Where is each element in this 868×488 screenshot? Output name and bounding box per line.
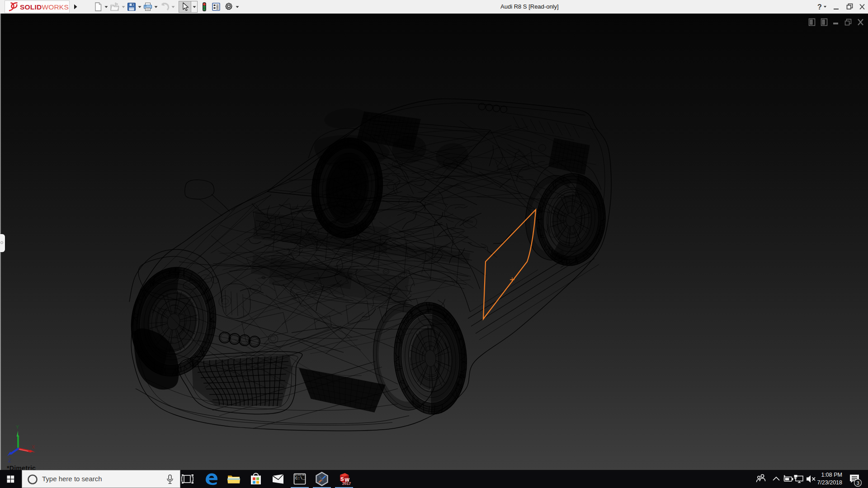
svg-text:?: ? <box>817 3 822 11</box>
svg-text:2017: 2017 <box>342 481 351 486</box>
svg-text:Y: Y <box>16 424 19 430</box>
svg-text:SOLIDWORKS: SOLIDWORKS <box>20 3 69 11</box>
svg-text:X: X <box>32 444 35 450</box>
svg-text:Z: Z <box>8 458 11 463</box>
svg-text:C:\_: C:\_ <box>295 476 305 481</box>
svg-text:3: 3 <box>857 480 859 486</box>
